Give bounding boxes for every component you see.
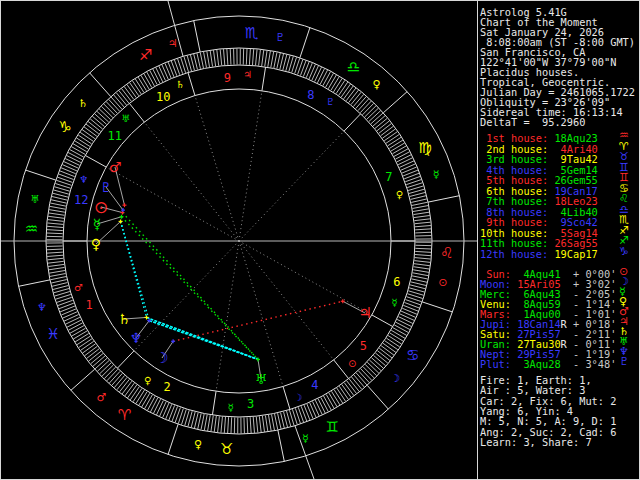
degree-tick [411,282,427,286]
degree-tick [334,78,343,92]
degree-tick [411,196,427,200]
degree-tick [413,270,429,273]
sign-ruler-glyph: ♆ [37,301,47,314]
degree-tick [153,69,160,83]
degree-tick [124,86,134,99]
degree-tick [317,69,324,83]
degree-tick [347,381,357,394]
degree-tick [339,82,348,95]
house-row-4: 4th house: 5Gem14♊ [480,165,598,175]
degree-tick [48,216,64,218]
degree-tick [403,305,418,311]
sign-glyph-virgo: ♍ [418,139,431,157]
degree-tick [127,85,136,98]
sign-boundary [422,302,452,312]
degree-tick [415,258,431,260]
degree-tick [391,143,405,151]
degree-tick [70,149,84,157]
degree-tick [138,77,146,91]
degree-tick [313,401,320,416]
degree-tick [156,67,163,81]
degree-tick [159,66,166,81]
degree-tick [84,127,97,136]
degree-tick [52,196,68,200]
house-cusp-line [85,155,106,167]
degree-tick [303,62,309,77]
degree-tick [415,226,431,227]
degree-tick [249,49,250,65]
degree-tick [262,50,264,66]
degree-tick [389,140,403,148]
house-row-1: 1st house: 18Aqu23♒ [480,133,598,143]
house-number-2: 2 [163,380,170,394]
degree-tick [332,391,340,405]
degree-tick [145,395,153,409]
degree-tick [252,49,253,65]
house-ruler-glyph: ♄ [176,79,185,90]
degree-tick [321,397,328,411]
degree-tick [47,249,63,250]
degree-tick [383,343,396,352]
house-ruler-glyph: ☿ [227,402,233,413]
degree-tick [281,413,285,429]
house-row-8: 8th house: 4Lib40♎ [480,207,598,217]
degree-tick [61,168,76,174]
degree-tick [200,52,203,68]
degree-tick [344,383,354,396]
degree-tick [160,402,167,417]
sign-boundary [428,196,459,202]
degree-tick [402,167,417,173]
degree-tick [381,346,394,355]
degree-tick [268,51,271,67]
degree-tick [72,328,86,336]
degree-tick [49,213,65,215]
astrolog-screen: ♈♂♉♀♊☿♋☽♌⊙♍☿♎♀♏♇♐♃♑♄♒♅♓♆1♂2♀3☿4☽5⊙6☿7♀8♇… [0,0,640,480]
degree-tick [306,63,312,78]
house-cusp-line [117,351,134,368]
house-sign-icon: ♑ [619,247,629,257]
degree-tick [392,146,406,154]
degree-tick [62,165,77,171]
sign-boundary [194,21,200,52]
degree-tick [337,388,346,401]
house-number-5: 5 [360,339,367,353]
degree-tick [312,66,319,81]
planet-glyph-venu: ♀ [91,236,101,252]
house-ruler-glyph: ♀ [144,375,151,386]
house-cusp-line [129,103,144,122]
degree-tick [385,341,398,350]
sign-glyph-sagittarius: ♐ [139,46,152,64]
degree-tick [208,415,211,431]
degree-tick [47,230,63,231]
degree-tick [210,51,212,67]
sign-glyph-leo: ♌ [440,244,453,262]
degree-tick [147,72,155,86]
sign-ruler-glyph: ♀ [194,438,202,451]
degree-tick [393,328,407,336]
degree-tick [395,152,409,159]
degree-tick [256,49,258,65]
planet-row-plut: Plut: 3Aqu28 - 3°48'♇ [480,359,616,369]
degree-tick [47,258,63,260]
degree-tick [253,417,254,433]
degree-tick [47,223,63,225]
degree-tick [415,222,431,224]
degree-tick [334,390,343,403]
house-ruler-glyph: ☽ [294,392,303,403]
degree-tick [214,416,216,432]
sign-boundary [383,92,407,113]
sign-ruler-glyph: ♇ [275,31,285,44]
degree-tick [198,413,201,429]
degree-tick [342,384,351,397]
sign-ruler-glyph: ☿ [433,168,440,181]
sign-boundary [367,385,388,409]
degree-tick [231,417,232,433]
house-cusp-line [262,67,266,91]
house-row-12: 12th house: 19Cap17♑ [480,249,598,259]
sign-ruler-glyph: ♀ [372,78,380,91]
degree-tick [150,398,157,412]
degree-tick [324,396,332,410]
degree-tick [344,86,353,99]
sign-ruler-glyph: ♅ [30,193,40,206]
degree-tick [75,141,89,149]
